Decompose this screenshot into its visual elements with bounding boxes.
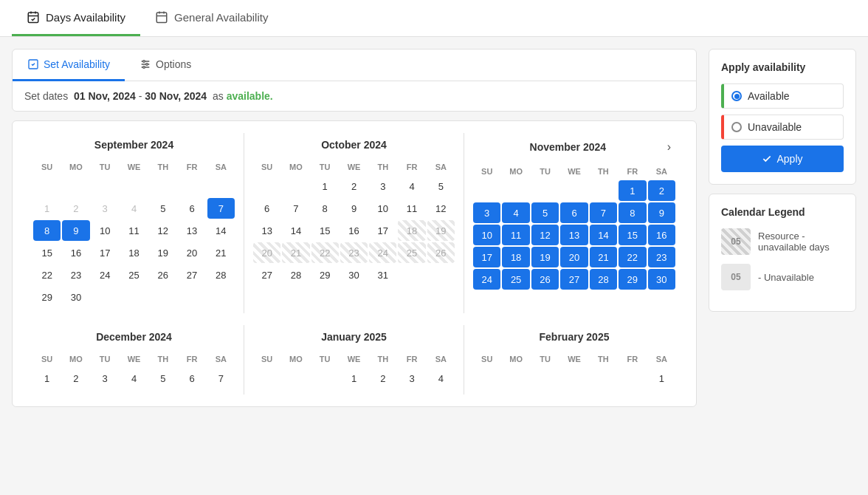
day-cell[interactable]: 17: [92, 242, 119, 263]
day-cell[interactable]: 2: [62, 198, 89, 219]
day-cell[interactable]: 6: [253, 198, 280, 219]
day-cell[interactable]: 30: [648, 269, 675, 290]
day-cell[interactable]: 5: [149, 368, 176, 389]
day-cell[interactable]: 22: [311, 242, 339, 263]
day-cell[interactable]: 18: [502, 247, 529, 267]
day-cell[interactable]: 10: [369, 198, 396, 219]
sub-tab-options[interactable]: Options: [125, 50, 206, 81]
day-cell[interactable]: 3: [398, 368, 425, 389]
day-cell[interactable]: 15: [33, 242, 61, 263]
day-cell[interactable]: 25: [502, 269, 529, 290]
day-cell[interactable]: 13: [178, 220, 205, 241]
day-cell[interactable]: 1: [33, 368, 61, 389]
day-cell[interactable]: 11: [120, 220, 148, 241]
day-cell[interactable]: 1: [33, 198, 61, 219]
day-cell[interactable]: 28: [282, 264, 309, 285]
day-cell[interactable]: 2: [340, 176, 368, 197]
day-cell[interactable]: 4: [502, 202, 529, 223]
day-cell[interactable]: 7: [207, 198, 235, 219]
sub-tab-set-availability[interactable]: Set Availability: [13, 50, 125, 81]
day-cell[interactable]: 21: [282, 242, 309, 263]
day-cell[interactable]: 6: [178, 368, 205, 389]
day-cell[interactable]: 24: [369, 242, 396, 263]
day-cell[interactable]: 31: [369, 264, 396, 285]
day-cell[interactable]: 3: [369, 176, 396, 197]
day-cell[interactable]: 1: [619, 180, 646, 201]
available-option[interactable]: Available: [721, 83, 844, 109]
day-cell[interactable]: 12: [149, 220, 176, 241]
day-cell[interactable]: 30: [340, 264, 368, 285]
day-cell[interactable]: 18: [398, 220, 425, 241]
day-cell[interactable]: 4: [120, 198, 148, 219]
day-cell[interactable]: 21: [207, 242, 235, 263]
day-cell[interactable]: 2: [369, 368, 396, 389]
day-cell[interactable]: 19: [149, 242, 176, 263]
day-cell[interactable]: 3: [92, 198, 119, 219]
day-cell[interactable]: 14: [282, 220, 309, 241]
day-cell[interactable]: 20: [560, 247, 588, 267]
day-cell[interactable]: 23: [340, 242, 368, 263]
tab-days-availability[interactable]: Days Availability: [12, 0, 140, 36]
day-cell[interactable]: 1: [340, 368, 368, 389]
day-cell[interactable]: 14: [590, 225, 617, 245]
day-cell[interactable]: 14: [207, 220, 235, 241]
unavailable-option[interactable]: Unavailable: [721, 115, 844, 140]
day-cell[interactable]: 16: [340, 220, 368, 241]
day-cell[interactable]: 16: [62, 242, 89, 263]
day-cell[interactable]: 12: [427, 198, 455, 219]
day-cell[interactable]: 27: [253, 264, 280, 285]
calendar-next-btn[interactable]: ›: [663, 139, 675, 155]
day-cell[interactable]: 11: [398, 198, 425, 219]
day-cell[interactable]: 3: [92, 368, 119, 389]
day-cell[interactable]: 19: [427, 220, 455, 241]
day-cell[interactable]: 22: [619, 247, 646, 267]
day-cell[interactable]: 8: [33, 220, 61, 241]
day-cell[interactable]: 10: [473, 225, 500, 245]
day-cell[interactable]: 27: [560, 269, 588, 290]
day-cell[interactable]: 7: [207, 368, 235, 389]
tab-general-availability[interactable]: General Availability: [140, 0, 283, 36]
day-cell[interactable]: 23: [62, 264, 89, 285]
day-cell[interactable]: 25: [398, 242, 425, 263]
day-cell[interactable]: 27: [178, 264, 205, 285]
day-cell[interactable]: 1: [648, 368, 675, 389]
day-cell[interactable]: 13: [560, 225, 588, 245]
day-cell[interactable]: 29: [619, 269, 646, 290]
day-cell[interactable]: 30: [62, 287, 89, 307]
day-cell[interactable]: 12: [531, 225, 559, 245]
day-cell[interactable]: 5: [427, 176, 455, 197]
day-cell[interactable]: 23: [648, 247, 675, 267]
day-cell[interactable]: 6: [560, 202, 588, 223]
day-cell[interactable]: 28: [207, 264, 235, 285]
day-cell[interactable]: 26: [149, 264, 176, 285]
day-cell[interactable]: 4: [398, 176, 425, 197]
unavailable-radio[interactable]: [731, 122, 742, 132]
day-cell[interactable]: 25: [120, 264, 148, 285]
day-cell[interactable]: 4: [120, 368, 148, 389]
day-cell[interactable]: 3: [473, 202, 500, 223]
day-cell[interactable]: 13: [253, 220, 280, 241]
day-cell[interactable]: 21: [590, 247, 617, 267]
day-cell[interactable]: 11: [502, 225, 529, 245]
day-cell[interactable]: 28: [590, 269, 617, 290]
day-cell[interactable]: 17: [473, 247, 500, 267]
day-cell[interactable]: 15: [311, 220, 339, 241]
day-cell[interactable]: 29: [311, 264, 339, 285]
day-cell[interactable]: 18: [120, 242, 148, 263]
day-cell[interactable]: 26: [427, 242, 455, 263]
day-cell[interactable]: 6: [178, 198, 205, 219]
day-cell[interactable]: 20: [253, 242, 280, 263]
apply-button[interactable]: Apply: [721, 146, 844, 172]
day-cell[interactable]: 16: [648, 225, 675, 245]
day-cell[interactable]: 22: [33, 264, 61, 285]
day-cell[interactable]: 8: [311, 198, 339, 219]
day-cell[interactable]: 9: [340, 198, 368, 219]
day-cell[interactable]: 20: [178, 242, 205, 263]
day-cell[interactable]: 2: [648, 180, 675, 201]
day-cell[interactable]: 1: [311, 176, 339, 197]
day-cell[interactable]: 10: [92, 220, 119, 241]
day-cell[interactable]: 7: [282, 198, 309, 219]
day-cell[interactable]: 24: [473, 269, 500, 290]
day-cell[interactable]: 15: [619, 225, 646, 245]
day-cell[interactable]: 9: [62, 220, 89, 241]
